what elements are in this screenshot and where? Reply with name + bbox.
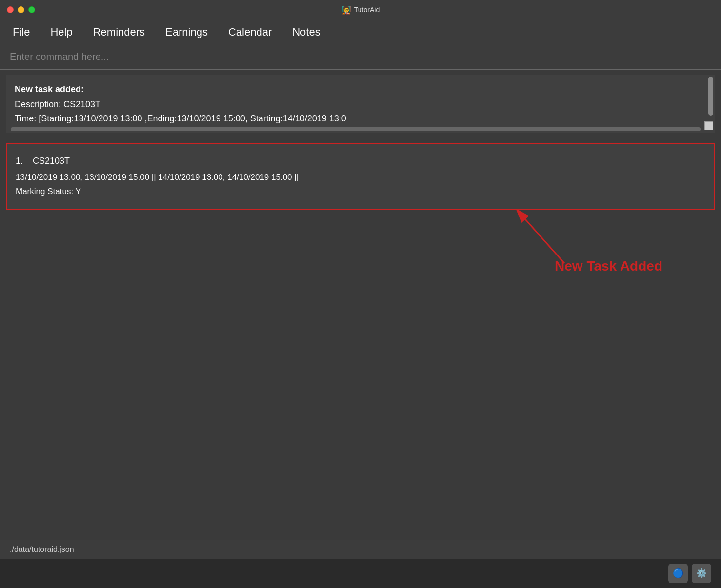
dock-icon-2[interactable]: ⚙️ [692, 564, 711, 583]
app-title-text: TutorAid [354, 6, 380, 14]
menu-item-calendar[interactable]: Calendar [225, 24, 275, 40]
task-number: 1. [16, 156, 23, 166]
app-icon: 🧑‍🏫 [341, 5, 351, 15]
menu-item-file[interactable]: File [10, 24, 33, 40]
annotation-container: New Task Added [555, 219, 662, 274]
scroll-thumb[interactable] [704, 121, 713, 130]
status-bar: ./data/tutoraid.json [0, 540, 721, 559]
dock-icon-1[interactable]: 🔵 [668, 564, 688, 583]
output-line-3: Time: [Starting:13/10/2019 13:00 ,Ending… [15, 112, 706, 126]
menu-item-notes[interactable]: Notes [289, 24, 323, 40]
maximize-button[interactable] [28, 6, 35, 13]
svg-line-1 [525, 219, 564, 263]
annotation-arrow-icon [516, 210, 574, 268]
vertical-scrollbar[interactable] [708, 77, 713, 116]
dock-area: 🔵 ⚙️ [0, 559, 721, 588]
task-times: 13/10/2019 13:00, 13/10/2019 15:00 || 14… [16, 171, 705, 185]
title-bar: 🧑‍🏫 TutorAid [0, 0, 721, 20]
horizontal-scrollbar[interactable] [11, 127, 701, 131]
window-controls[interactable] [7, 6, 35, 13]
task-list-area: 1. CS2103T 13/10/2019 13:00, 13/10/2019 … [6, 143, 715, 209]
task-number-title: 1. CS2103T [16, 154, 705, 169]
task-title: CS2103T [33, 156, 70, 166]
table-row: 1. CS2103T 13/10/2019 13:00, 13/10/2019 … [16, 154, 705, 198]
close-button[interactable] [7, 6, 14, 13]
output-area: New task added: Description: CS2103T Tim… [6, 75, 715, 133]
menu-item-help[interactable]: Help [47, 24, 75, 40]
status-text: ./data/tutoraid.json [10, 545, 74, 553]
dock-icons: 🔵 ⚙️ [668, 564, 711, 583]
app-title: 🧑‍🏫 TutorAid [341, 5, 380, 15]
output-line-2: Description: CS2103T [15, 98, 706, 112]
menu-bar: File Help Reminders Earnings Calendar No… [0, 20, 721, 44]
minimize-button[interactable] [18, 6, 24, 13]
output-line-1: New task added: [15, 82, 706, 97]
menu-item-earnings[interactable]: Earnings [162, 24, 211, 40]
command-input[interactable] [10, 51, 711, 62]
output-text: New task added: Description: CS2103T Tim… [15, 82, 706, 125]
menu-item-reminders[interactable]: Reminders [90, 24, 148, 40]
task-marking-status: Marking Status: Y [16, 185, 705, 199]
annotation-area: New Task Added [0, 215, 721, 540]
command-bar [0, 44, 721, 70]
